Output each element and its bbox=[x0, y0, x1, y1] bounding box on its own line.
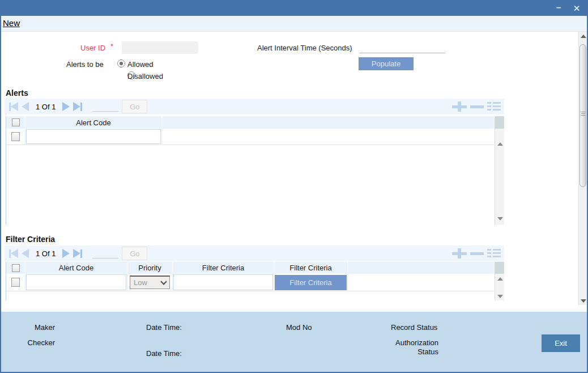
main-scroll-up-icon[interactable] bbox=[579, 32, 587, 41]
alerts-scroll-up-icon[interactable] bbox=[497, 142, 503, 146]
alerts-grid-scrollbar bbox=[495, 116, 504, 225]
disallowed-radio-label: Disallowed bbox=[127, 72, 163, 80]
alert-code-cell-input[interactable] bbox=[26, 129, 161, 144]
main-scrollbar-thumb[interactable] bbox=[580, 44, 586, 187]
record-status-label: Record Status bbox=[391, 323, 437, 332]
allowed-radio-label: Allowed bbox=[127, 60, 154, 69]
priority-select[interactable]: Low bbox=[130, 275, 170, 289]
required-marker: * bbox=[110, 42, 113, 50]
single-view-icon[interactable] bbox=[487, 101, 501, 112]
alerts-scroll-down-icon[interactable] bbox=[497, 217, 503, 221]
add-row-icon[interactable] bbox=[451, 101, 468, 112]
filter-delete-row-icon[interactable] bbox=[470, 248, 485, 258]
page-number-input[interactable] bbox=[92, 101, 118, 112]
checker-label: Checker bbox=[12, 338, 55, 347]
maker-label: Maker bbox=[12, 323, 55, 332]
populate-button[interactable]: Populate bbox=[359, 57, 414, 70]
filter-grid-scrollbar bbox=[495, 262, 504, 300]
filter-last-page-icon[interactable] bbox=[73, 249, 82, 258]
title-bar: – ✕ bbox=[1, 1, 587, 16]
alerts-to-be-label: Alerts to be bbox=[66, 60, 104, 69]
new-action-link[interactable]: New bbox=[3, 18, 20, 28]
filter-col-priority: Priority bbox=[127, 262, 173, 274]
allowed-radio[interactable] bbox=[117, 60, 125, 67]
filter-section-title: Filter Criteria bbox=[6, 235, 55, 244]
alerts-section-title: Alerts bbox=[6, 88, 28, 98]
filter-criteria-button[interactable]: Filter Criteria bbox=[275, 275, 347, 290]
audit-footer: Maker Date Time: Mod No Record Status Ch… bbox=[1, 312, 587, 372]
filter-row-checkbox[interactable] bbox=[11, 278, 20, 287]
filter-grid: Alert Code Priority Filter Criteria Filt… bbox=[6, 262, 494, 300]
filter-next-page-icon[interactable] bbox=[62, 249, 70, 258]
filter-select-all-checkbox[interactable] bbox=[12, 264, 20, 272]
scrollbar-grip-icon bbox=[581, 112, 585, 117]
filter-go-button[interactable]: Go bbox=[122, 247, 147, 260]
alerts-col-alert-code: Alert Code bbox=[25, 116, 162, 129]
filter-scroll-down-icon[interactable] bbox=[497, 295, 503, 298]
filter-scroll-up-icon[interactable] bbox=[497, 277, 503, 281]
filter-col-filter-criteria: Filter Criteria bbox=[173, 262, 274, 274]
filter-page-indicator: 1 Of 1 bbox=[36, 249, 56, 258]
first-page-icon[interactable] bbox=[9, 102, 18, 111]
app-window: – ✕ New User ID * Alert Interval Time (S… bbox=[0, 0, 588, 373]
filter-criteria-cell-input[interactable] bbox=[173, 274, 273, 290]
filter-col-filter-criteria-2: Filter Criteria bbox=[274, 262, 348, 274]
filter-add-row-icon[interactable] bbox=[451, 248, 468, 258]
alerts-select-all-checkbox[interactable] bbox=[12, 118, 20, 126]
authorization-status-label: Authorization Status bbox=[391, 338, 438, 357]
filter-alert-code-cell-input[interactable] bbox=[26, 274, 126, 290]
alerts-row bbox=[6, 129, 494, 145]
user-id-label: User ID bbox=[80, 44, 105, 52]
prev-page-icon[interactable] bbox=[22, 102, 29, 111]
alerts-pagination-bar: 1 Of 1 Go bbox=[5, 99, 504, 115]
filter-row: Low Filter Criteria bbox=[6, 274, 494, 291]
action-bar: New bbox=[1, 16, 587, 32]
filter-single-view-icon[interactable] bbox=[487, 248, 501, 258]
chevron-down-icon bbox=[160, 278, 167, 285]
next-page-icon[interactable] bbox=[62, 102, 70, 111]
minimize-icon[interactable]: – bbox=[553, 3, 564, 14]
filter-pagination-bar: 1 Of 1 Go bbox=[5, 245, 504, 261]
alerts-row-checkbox[interactable] bbox=[11, 132, 20, 141]
priority-select-value: Low bbox=[134, 278, 161, 287]
go-button[interactable]: Go bbox=[122, 100, 147, 113]
page-indicator: 1 Of 1 bbox=[36, 103, 56, 111]
filter-col-alert-code: Alert Code bbox=[25, 262, 127, 274]
alert-interval-input[interactable] bbox=[359, 42, 445, 53]
exit-button[interactable]: Exit bbox=[542, 334, 580, 352]
mod-no-label: Mod No bbox=[286, 323, 312, 332]
last-page-icon[interactable] bbox=[73, 102, 82, 111]
date-time-label-2: Date Time: bbox=[146, 349, 182, 358]
filter-first-page-icon[interactable] bbox=[9, 249, 18, 258]
filter-prev-page-icon[interactable] bbox=[22, 249, 29, 258]
alerts-grid: Alert Code bbox=[6, 116, 494, 225]
close-icon[interactable]: ✕ bbox=[571, 3, 582, 14]
alert-interval-label: Alert Interval Time (Seconds) bbox=[257, 44, 352, 52]
user-id-input[interactable] bbox=[122, 41, 198, 54]
main-scroll-down-icon[interactable] bbox=[579, 296, 587, 305]
main-scrollbar[interactable] bbox=[578, 32, 587, 305]
delete-row-icon[interactable] bbox=[470, 101, 485, 112]
date-time-label: Date Time: bbox=[146, 323, 182, 332]
filter-page-number-input[interactable] bbox=[92, 248, 118, 258]
